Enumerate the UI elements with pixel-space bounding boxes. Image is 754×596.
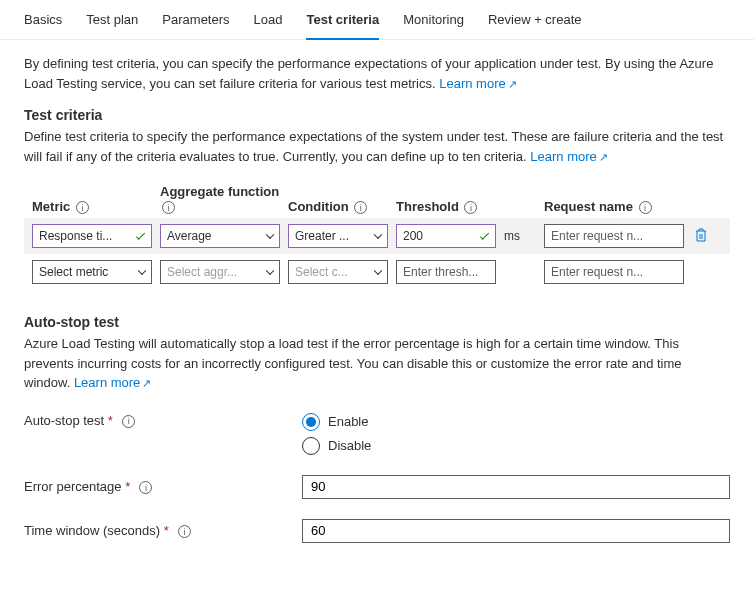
chevron-down-icon: [138, 267, 146, 275]
criteria-row: Select metric Select aggr... Select c...…: [24, 254, 730, 290]
info-icon[interactable]: i: [464, 201, 477, 214]
error-percentage-label: Error percentage * i: [24, 479, 302, 494]
header-threshold: Threshold i: [396, 199, 496, 214]
check-icon: [480, 231, 489, 240]
info-icon[interactable]: i: [178, 525, 191, 538]
request-name-input[interactable]: Enter request n...: [544, 260, 684, 284]
external-link-icon: ↗: [508, 76, 517, 93]
aggregate-select[interactable]: Select aggr...: [160, 260, 280, 284]
radio-enable[interactable]: Enable: [302, 413, 371, 431]
threshold-input[interactable]: 200: [396, 224, 496, 248]
check-icon: [136, 231, 145, 240]
tab-review-create[interactable]: Review + create: [488, 0, 582, 39]
delete-row-button[interactable]: [692, 226, 710, 244]
info-icon[interactable]: i: [354, 201, 367, 214]
metric-select[interactable]: Select metric: [32, 260, 152, 284]
aggregate-select[interactable]: Average: [160, 224, 280, 248]
learn-more-link-criteria[interactable]: Learn more↗: [530, 149, 607, 164]
criteria-header-row: Metric i Aggregate function i Condition …: [24, 180, 730, 218]
threshold-unit: ms: [504, 229, 536, 243]
radio-enable-label: Enable: [328, 414, 368, 429]
info-icon[interactable]: i: [162, 201, 175, 214]
radio-disable[interactable]: Disable: [302, 437, 371, 455]
header-aggregate: Aggregate function i: [160, 184, 280, 214]
request-name-input[interactable]: Enter request n...: [544, 224, 684, 248]
learn-more-link-autostop[interactable]: Learn more↗: [74, 375, 151, 390]
tab-test-plan[interactable]: Test plan: [86, 0, 138, 39]
condition-select[interactable]: Select c...: [288, 260, 388, 284]
chevron-down-icon: [374, 267, 382, 275]
section-title-auto-stop: Auto-stop test: [24, 314, 730, 330]
info-icon[interactable]: i: [139, 481, 152, 494]
header-request-name: Request name i: [544, 199, 684, 214]
criteria-table: Metric i Aggregate function i Condition …: [24, 180, 730, 290]
external-link-icon: ↗: [599, 149, 608, 166]
radio-icon: [302, 437, 320, 455]
time-window-label: Time window (seconds) * i: [24, 523, 302, 538]
metric-select[interactable]: Response ti...: [32, 224, 152, 248]
learn-more-link-intro[interactable]: Learn more↗: [439, 76, 516, 91]
threshold-input[interactable]: Enter thresh...: [396, 260, 496, 284]
chevron-down-icon: [374, 231, 382, 239]
radio-disable-label: Disable: [328, 438, 371, 453]
chevron-down-icon: [266, 267, 274, 275]
error-percentage-input[interactable]: [302, 475, 730, 499]
condition-select[interactable]: Greater ...: [288, 224, 388, 248]
auto-stop-label: Auto-stop test * i: [24, 413, 302, 428]
tab-monitoring[interactable]: Monitoring: [403, 0, 464, 39]
info-icon[interactable]: i: [639, 201, 652, 214]
info-icon[interactable]: i: [76, 201, 89, 214]
footer-actions: Previous Next Review + create: [0, 581, 754, 596]
external-link-icon: ↗: [142, 375, 151, 392]
info-icon[interactable]: i: [122, 415, 135, 428]
radio-icon: [302, 413, 320, 431]
section-description: Define test criteria to specify the perf…: [24, 127, 730, 166]
intro-body: By defining test criteria, you can speci…: [24, 56, 713, 91]
tab-load[interactable]: Load: [254, 0, 283, 39]
chevron-down-icon: [266, 231, 274, 239]
header-condition: Condition i: [288, 199, 388, 214]
header-metric: Metric i: [32, 199, 152, 214]
auto-stop-radio-group: Enable Disable: [302, 413, 371, 455]
time-window-input[interactable]: [302, 519, 730, 543]
section-desc-text: Define test criteria to specify the perf…: [24, 129, 723, 164]
section-title-test-criteria: Test criteria: [24, 107, 730, 123]
auto-stop-description: Azure Load Testing will automatically st…: [24, 334, 730, 393]
intro-text: By defining test criteria, you can speci…: [24, 54, 730, 93]
tab-test-criteria[interactable]: Test criteria: [306, 0, 379, 39]
tabs-bar: Basics Test plan Parameters Load Test cr…: [0, 0, 754, 40]
tab-parameters[interactable]: Parameters: [162, 0, 229, 39]
tab-basics[interactable]: Basics: [24, 0, 62, 39]
criteria-row: Response ti... Average Greater ... 200 m…: [24, 218, 730, 254]
